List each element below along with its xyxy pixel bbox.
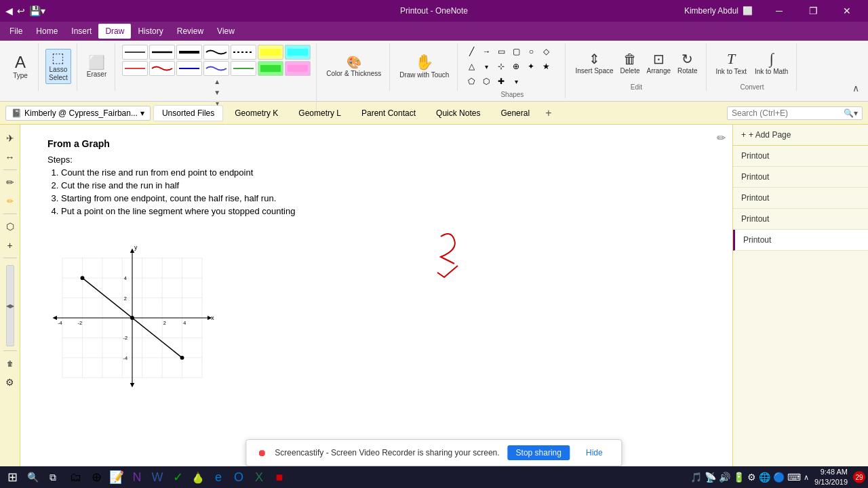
delete-button[interactable]: 🗑 Delete xyxy=(618,50,643,76)
back-button[interactable]: ◀ xyxy=(5,5,13,16)
pen-yellow-highlight[interactable] xyxy=(258,45,283,60)
highlight-tool[interactable]: ✏ xyxy=(2,193,18,209)
draw-touch-button[interactable]: ✋ Draw with Touch xyxy=(397,52,452,81)
ink-to-math-button[interactable]: ∫ Ink to Math xyxy=(752,49,791,77)
taskbar-icon-3[interactable]: 🔊 xyxy=(719,472,730,483)
pen-red-thin[interactable] xyxy=(122,61,148,76)
type-button[interactable]: A Type xyxy=(8,52,33,82)
pen-scroll-up[interactable]: ▲ xyxy=(212,76,222,87)
restore-button[interactable]: ❐ xyxy=(797,0,829,22)
shape-triangle[interactable]: △ xyxy=(465,60,478,73)
settings-tool[interactable]: ⚙ xyxy=(2,374,18,390)
taskbar-icon-5[interactable]: ⚙ xyxy=(747,472,756,483)
eraser-button[interactable]: ⬜ Eraser xyxy=(84,54,109,79)
shape-hexagon[interactable]: ⬡ xyxy=(479,75,493,88)
tab-add-button[interactable]: + xyxy=(541,107,555,119)
page-item-3[interactable]: Printout xyxy=(733,188,868,209)
taskbar-app-sticky[interactable]: 📝 xyxy=(107,468,126,487)
taskbar-app-pear[interactable]: 🍐 xyxy=(189,468,208,487)
ribbon-collapse-button[interactable]: ∧ xyxy=(849,81,863,95)
taskbar-app-word[interactable]: W xyxy=(148,468,167,487)
select-tool[interactable]: ✈ xyxy=(2,130,18,146)
shape-rounded-rect[interactable]: ▢ xyxy=(509,45,523,58)
rotate-button[interactable]: ↻ Rotate xyxy=(675,49,700,76)
taskbar-app-greentick[interactable]: ✓ xyxy=(168,468,187,487)
shape-rect[interactable]: ▭ xyxy=(494,45,508,58)
taskbar-icon-2[interactable]: 📡 xyxy=(705,472,716,483)
pen-expand[interactable]: ▾ xyxy=(212,98,222,108)
pen-black-medium[interactable] xyxy=(149,45,175,60)
search-input[interactable] xyxy=(732,108,844,118)
pan-tool[interactable]: ↔ xyxy=(2,149,18,165)
shape-pentagon[interactable]: ⬠ xyxy=(465,75,478,88)
pen-black-thick[interactable] xyxy=(176,45,202,60)
tab-general[interactable]: General xyxy=(492,105,538,121)
stop-sharing-button[interactable]: Stop sharing xyxy=(508,445,570,460)
ink-to-text-button[interactable]: T Ink to Text xyxy=(713,49,749,77)
edit-pencil-button[interactable]: ✏ xyxy=(717,131,726,144)
taskbar-icon-1[interactable]: 🎵 xyxy=(690,472,702,483)
taskbar-more-icon[interactable]: ∧ xyxy=(804,473,809,482)
pen-red-wave[interactable] xyxy=(149,61,175,76)
hide-button[interactable]: Hide xyxy=(578,445,611,460)
taskbar-app-outlook[interactable]: O xyxy=(229,468,248,487)
shape-select[interactable]: ⊹ xyxy=(494,60,508,73)
menu-insert[interactable]: Insert xyxy=(64,24,98,39)
menu-home[interactable]: Home xyxy=(29,24,64,39)
shape-star[interactable]: ★ xyxy=(539,60,553,73)
lasso-select-button[interactable]: ⬚ LassoSelect xyxy=(45,49,71,84)
clear-tool[interactable]: 🗑 xyxy=(2,355,18,371)
menu-view[interactable]: View xyxy=(210,24,241,39)
add-page-button[interactable]: + + Add Page xyxy=(733,125,868,146)
page-item-4[interactable]: Printout xyxy=(733,209,868,230)
shape-line[interactable]: ╱ xyxy=(465,45,478,58)
save-button[interactable]: 💾▾ xyxy=(29,5,45,16)
pen-black-dotted[interactable] xyxy=(231,45,256,60)
insert-space-button[interactable]: ⇕ Insert Space xyxy=(572,49,616,77)
pen-black-wave[interactable] xyxy=(203,45,229,60)
menu-history[interactable]: History xyxy=(131,24,170,39)
taskbar-app-chrome[interactable]: ⊕ xyxy=(87,468,106,487)
insert-tool[interactable]: + xyxy=(2,237,18,253)
tab-parent-contact[interactable]: Parent Contact xyxy=(353,105,425,121)
taskbar-icon-6[interactable]: 🌐 xyxy=(759,472,770,483)
pen-blue-medium[interactable] xyxy=(176,61,202,76)
pen-tool[interactable]: ✏ xyxy=(2,174,18,190)
tab-quick-notes[interactable]: Quick Notes xyxy=(427,105,489,121)
taskbar-app-red[interactable]: ■ xyxy=(270,468,289,487)
undo-button[interactable]: ↩ xyxy=(17,5,25,16)
taskbar-app-excel[interactable]: X xyxy=(250,468,269,487)
pen-pink-highlight[interactable] xyxy=(285,61,311,76)
shape-arrow[interactable]: → xyxy=(479,45,493,58)
pen-scroll-down[interactable]: ▼ xyxy=(212,87,222,98)
shape-cross[interactable]: ✚ xyxy=(494,75,508,88)
minimize-button[interactable]: ─ xyxy=(764,0,795,22)
close-button[interactable]: ✕ xyxy=(831,0,863,22)
task-view-button[interactable]: ⧉ xyxy=(43,468,62,487)
shape-node[interactable]: ✦ xyxy=(524,60,538,73)
eraser-tool[interactable]: ⬡ xyxy=(2,218,18,235)
shape-more[interactable]: ▾ xyxy=(479,60,493,73)
taskbar-icon-8[interactable]: ⌨ xyxy=(787,472,801,483)
menu-review[interactable]: Review xyxy=(170,24,210,39)
taskbar-app-onenote[interactable]: N xyxy=(127,468,146,487)
page-item-5[interactable]: Printout xyxy=(733,230,868,251)
page-item-2[interactable]: Printout xyxy=(733,167,868,188)
pen-cyan-highlight[interactable] xyxy=(285,45,311,60)
ruler-collapse-handle[interactable]: ◀▶ xyxy=(6,265,14,346)
shape-more2[interactable]: ▾ xyxy=(509,75,523,88)
shape-pen2[interactable]: ⊕ xyxy=(509,60,523,73)
view-toggle-icon[interactable]: ⬜ xyxy=(743,6,753,16)
notification-badge[interactable]: 29 xyxy=(853,471,865,483)
taskbar-icon-4[interactable]: 🔋 xyxy=(733,472,745,483)
taskbar-clock[interactable]: 9:48 AM 9/13/2019 xyxy=(812,467,850,488)
search-button[interactable]: 🔍 xyxy=(23,468,42,487)
pen-green-highlight[interactable] xyxy=(258,61,283,76)
pen-blue-wave[interactable] xyxy=(203,61,229,76)
taskbar-app-ie[interactable]: e xyxy=(209,468,228,487)
menu-file[interactable]: File xyxy=(3,24,29,39)
pen-black-thin[interactable] xyxy=(122,45,148,60)
menu-draw[interactable]: Draw xyxy=(98,24,131,39)
taskbar-app-explorer[interactable]: 🗂 xyxy=(66,468,85,487)
shape-circle[interactable]: ○ xyxy=(524,45,538,58)
